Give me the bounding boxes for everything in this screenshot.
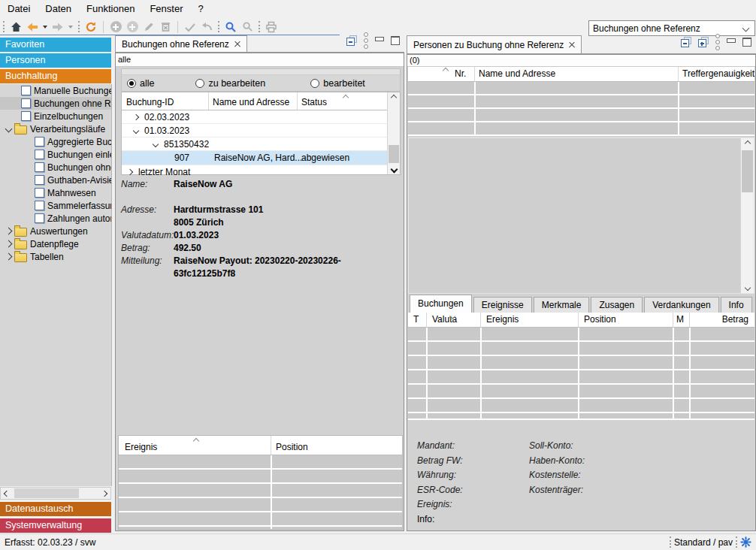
back-history-button[interactable] (41, 20, 50, 35)
minimize-icon[interactable] (375, 37, 384, 41)
table-row-selected[interactable]: 907 RaiseNow AG, Hard... abgewiesen (122, 151, 400, 165)
column-position[interactable]: Position (584, 314, 616, 325)
refresh-button[interactable] (83, 20, 99, 35)
scrollbar-track[interactable] (741, 149, 754, 283)
sidebar-section-buchhaltung[interactable]: Buchhaltung (0, 69, 111, 83)
table-row[interactable]: 851350432 (122, 138, 400, 151)
toolbar-grip[interactable] (78, 21, 80, 32)
add-secondary-button[interactable] (124, 20, 141, 35)
menu-daten[interactable]: Daten (38, 0, 79, 18)
column-ereignis[interactable]: Ereignis (486, 314, 519, 325)
table-row[interactable]: letzter Monat (122, 165, 400, 178)
sidebar-horizontal-scrollbar[interactable] (0, 487, 111, 500)
scroll-right-button[interactable] (98, 488, 110, 499)
window-collapse-icon[interactable] (681, 37, 691, 47)
toolbar-grip[interactable] (3, 21, 5, 32)
column-betrag[interactable]: Betrag (722, 314, 748, 325)
tree-item-manuelle-buchungen[interactable]: Manuelle Buchungen (0, 84, 111, 97)
tree-item-auswertungen[interactable]: Auswertungen (0, 225, 111, 237)
tree-item-sammelerfassung[interactable]: Sammelerfassung S (0, 199, 111, 212)
table-row[interactable]: 02.03.2023 (122, 110, 400, 124)
tree-item-mahnwesen[interactable]: Mahnwesen (0, 186, 111, 199)
chevron-right-icon[interactable] (127, 168, 133, 174)
booking-table-scrollbar[interactable] (387, 92, 400, 174)
column-name-und-adresse[interactable]: Name und Adresse (213, 97, 289, 107)
edit-button[interactable] (141, 20, 157, 35)
tree-item-aggregierte-buchungen[interactable]: Aggregierte Buchu (0, 135, 111, 148)
tab-ereignisse[interactable]: Ereignisse (473, 297, 532, 313)
home-button[interactable] (8, 20, 24, 35)
menu-fenster[interactable]: Fenster (142, 0, 190, 18)
chevron-down-icon[interactable] (133, 127, 139, 133)
tree-item-tabellen[interactable]: Tabellen (0, 250, 111, 263)
scroll-down-button[interactable] (388, 164, 400, 174)
column-t[interactable]: T (413, 314, 419, 325)
tree-item-buchungen-einlesen[interactable]: Buchungen einlese (0, 148, 111, 161)
settings-button[interactable] (740, 536, 751, 548)
close-icon[interactable] (569, 42, 575, 48)
confirm-button[interactable] (182, 20, 198, 35)
tree-item-buchungen-ohne-referenz[interactable]: Buchungen ohne Refe (0, 97, 111, 110)
tab-merkmale[interactable]: Merkmale (534, 297, 590, 313)
toolbar-grip[interactable] (218, 21, 219, 32)
back-button[interactable] (24, 20, 41, 35)
close-icon[interactable] (234, 41, 240, 47)
chevron-right-icon[interactable] (5, 253, 13, 261)
column-buchung-id[interactable]: Buchung-ID (126, 97, 174, 107)
tree-item-datenpflege[interactable]: Datenpflege (0, 237, 111, 250)
chevron-right-icon[interactable] (5, 240, 13, 248)
sidebar-section-favoriten[interactable]: Favoriten (0, 38, 111, 52)
undo-button[interactable] (198, 20, 215, 35)
tab-verdankungen[interactable]: Verdankungen (644, 297, 718, 313)
column-m[interactable]: M (676, 314, 684, 325)
person-detail-scrollbar[interactable] (740, 138, 754, 293)
minimize-icon[interactable] (727, 38, 736, 43)
search-secondary-button[interactable] (239, 20, 256, 35)
column-status[interactable]: Status (301, 97, 327, 107)
scrollbar-thumb[interactable] (14, 488, 79, 498)
scrollbar-track[interactable] (388, 103, 400, 164)
column-name-und-adresse[interactable]: Name und Adresse (479, 68, 555, 79)
delete-button[interactable] (157, 20, 174, 35)
tree-item-zahlungen-automatisch[interactable]: Zahlungen automat (0, 212, 111, 225)
tree-item-buchungen-ohne-r[interactable]: Buchungen ohne R (0, 161, 111, 174)
scroll-up-button[interactable] (388, 92, 400, 103)
more-dots-icon[interactable] (364, 32, 369, 50)
scroll-left-button[interactable] (1, 488, 13, 499)
tab-info[interactable]: Info (721, 297, 752, 313)
window-collapse-icon[interactable] (346, 35, 357, 45)
radio-alle[interactable]: alle (127, 78, 154, 89)
sidebar-section-systemverwaltung[interactable]: Systemverwaltung (0, 518, 111, 533)
menu-funktionen[interactable]: Funktionen (79, 0, 142, 18)
scrollbar-thumb[interactable] (742, 150, 753, 192)
tree-item-einzelbuchungen[interactable]: Einzelbuchungen (0, 110, 111, 122)
maximize-icon[interactable] (391, 36, 400, 45)
tree-item-guthaben-avisierung[interactable]: Guthaben-Avisieru (0, 174, 111, 186)
table-row[interactable]: 01.03.2023 (122, 124, 400, 138)
chevron-right-icon[interactable] (133, 113, 139, 119)
chevron-down-icon[interactable] (153, 141, 159, 147)
window-expand-icon[interactable] (698, 37, 709, 47)
tab-zusagen[interactable]: Zusagen (591, 297, 643, 313)
column-nr[interactable]: Nr. (455, 68, 466, 79)
tab-buchungen-ohne-referenz[interactable]: Buchungen ohne Referenz (115, 35, 247, 52)
search-button[interactable] (222, 20, 239, 35)
menu-datei[interactable]: Datei (0, 0, 38, 18)
print-button[interactable] (263, 20, 280, 35)
scrollbar-track[interactable] (13, 488, 98, 499)
sidebar-section-personen[interactable]: Personen (0, 53, 111, 68)
sidebar-section-datenaustausch[interactable]: Datenaustausch (0, 502, 111, 516)
scroll-up-button[interactable] (741, 138, 754, 149)
chevron-down-icon[interactable] (5, 125, 13, 133)
tab-personen-zu-buchung[interactable]: Personen zu Buchung ohne Referenz (407, 35, 582, 53)
chevron-right-icon[interactable] (5, 228, 13, 235)
column-treffergenauigkeit[interactable]: Treffergenauigkeit (682, 68, 754, 79)
scrollbar-thumb[interactable] (389, 145, 399, 163)
scroll-down-button[interactable] (741, 283, 754, 293)
radio-zu-bearbeiten[interactable]: zu bearbeiten (195, 78, 265, 89)
forward-history-button[interactable] (66, 20, 75, 35)
more-dots-icon[interactable] (715, 34, 721, 51)
radio-bearbeitet[interactable]: bearbeitet (310, 78, 365, 89)
maximize-icon[interactable] (742, 38, 751, 47)
add-button[interactable] (107, 20, 124, 35)
